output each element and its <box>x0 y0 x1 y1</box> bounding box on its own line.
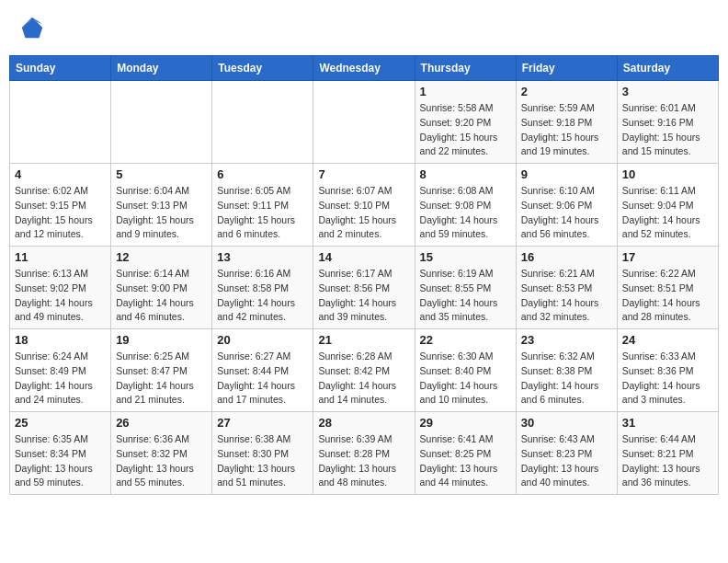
logo <box>18 14 51 41</box>
weekday-header-row: SundayMondayTuesdayWednesdayThursdayFrid… <box>10 56 719 81</box>
day-info: Sunrise: 6:24 AM Sunset: 8:49 PM Dayligh… <box>15 350 106 408</box>
day-info: Sunrise: 6:22 AM Sunset: 8:51 PM Dayligh… <box>622 267 713 325</box>
day-number: 19 <box>116 333 207 347</box>
calendar-cell: 23Sunrise: 6:32 AM Sunset: 8:38 PM Dayli… <box>516 329 617 412</box>
day-info: Sunrise: 6:33 AM Sunset: 8:36 PM Dayligh… <box>622 350 713 408</box>
calendar-cell: 13Sunrise: 6:16 AM Sunset: 8:58 PM Dayli… <box>212 247 313 329</box>
day-number: 27 <box>217 416 308 430</box>
calendar-table: SundayMondayTuesdayWednesdayThursdayFrid… <box>9 55 719 495</box>
calendar-cell: 12Sunrise: 6:14 AM Sunset: 9:00 PM Dayli… <box>111 247 212 329</box>
day-info: Sunrise: 6:43 AM Sunset: 8:23 PM Dayligh… <box>521 432 612 490</box>
day-info: Sunrise: 6:21 AM Sunset: 8:53 PM Dayligh… <box>521 267 612 325</box>
calendar-cell: 25Sunrise: 6:35 AM Sunset: 8:34 PM Dayli… <box>10 412 111 495</box>
day-info: Sunrise: 6:30 AM Sunset: 8:40 PM Dayligh… <box>420 350 511 408</box>
calendar-header: SundayMondayTuesdayWednesdayThursdayFrid… <box>10 56 719 81</box>
day-info: Sunrise: 6:08 AM Sunset: 9:08 PM Dayligh… <box>420 184 511 242</box>
calendar-cell: 26Sunrise: 6:36 AM Sunset: 8:32 PM Dayli… <box>111 412 212 495</box>
day-number: 23 <box>521 333 612 347</box>
calendar-cell: 19Sunrise: 6:25 AM Sunset: 8:47 PM Dayli… <box>111 329 212 412</box>
calendar-week-3: 11Sunrise: 6:13 AM Sunset: 9:02 PM Dayli… <box>10 247 719 329</box>
calendar-cell: 31Sunrise: 6:44 AM Sunset: 8:21 PM Dayli… <box>617 412 718 495</box>
day-number: 1 <box>420 85 511 98</box>
calendar-body: 1Sunrise: 5:58 AM Sunset: 9:20 PM Daylig… <box>10 81 719 495</box>
day-number: 20 <box>217 333 308 347</box>
weekday-header-monday: Monday <box>111 56 212 81</box>
day-number: 22 <box>420 333 511 347</box>
day-number: 15 <box>420 250 511 264</box>
calendar-cell: 20Sunrise: 6:27 AM Sunset: 8:44 PM Dayli… <box>212 329 313 412</box>
day-info: Sunrise: 6:38 AM Sunset: 8:30 PM Dayligh… <box>217 432 308 490</box>
day-info: Sunrise: 6:19 AM Sunset: 8:55 PM Dayligh… <box>420 267 511 325</box>
calendar-cell: 4Sunrise: 6:02 AM Sunset: 9:15 PM Daylig… <box>10 164 111 247</box>
day-number: 8 <box>420 167 511 181</box>
day-number: 28 <box>318 416 409 430</box>
day-info: Sunrise: 6:17 AM Sunset: 8:56 PM Dayligh… <box>318 267 409 325</box>
day-number: 29 <box>420 416 511 430</box>
day-number: 10 <box>622 167 713 181</box>
calendar-cell: 6Sunrise: 6:05 AM Sunset: 9:11 PM Daylig… <box>212 164 313 247</box>
day-number: 14 <box>318 250 409 264</box>
day-info: Sunrise: 6:41 AM Sunset: 8:25 PM Dayligh… <box>420 432 511 490</box>
calendar-cell: 11Sunrise: 6:13 AM Sunset: 9:02 PM Dayli… <box>10 247 111 329</box>
calendar-cell: 17Sunrise: 6:22 AM Sunset: 8:51 PM Dayli… <box>617 247 718 329</box>
day-number: 21 <box>318 333 409 347</box>
day-number: 26 <box>116 416 207 430</box>
calendar-cell: 1Sunrise: 5:58 AM Sunset: 9:20 PM Daylig… <box>415 81 516 164</box>
calendar-week-2: 4Sunrise: 6:02 AM Sunset: 9:15 PM Daylig… <box>10 164 719 247</box>
day-info: Sunrise: 6:27 AM Sunset: 8:44 PM Dayligh… <box>217 350 308 408</box>
weekday-header-friday: Friday <box>516 56 617 81</box>
weekday-header-tuesday: Tuesday <box>212 56 313 81</box>
day-info: Sunrise: 6:44 AM Sunset: 8:21 PM Dayligh… <box>622 432 713 490</box>
calendar-cell: 21Sunrise: 6:28 AM Sunset: 8:42 PM Dayli… <box>313 329 415 412</box>
calendar-cell: 22Sunrise: 6:30 AM Sunset: 8:40 PM Dayli… <box>415 329 516 412</box>
day-info: Sunrise: 6:04 AM Sunset: 9:13 PM Dayligh… <box>116 184 207 242</box>
calendar-cell <box>111 81 212 164</box>
day-number: 31 <box>622 416 713 430</box>
calendar-cell: 30Sunrise: 6:43 AM Sunset: 8:23 PM Dayli… <box>516 412 617 495</box>
calendar-cell: 8Sunrise: 6:08 AM Sunset: 9:08 PM Daylig… <box>415 164 516 247</box>
weekday-header-thursday: Thursday <box>415 56 516 81</box>
page-header <box>9 9 719 46</box>
day-number: 11 <box>15 250 106 264</box>
calendar-cell: 16Sunrise: 6:21 AM Sunset: 8:53 PM Dayli… <box>516 247 617 329</box>
day-info: Sunrise: 5:59 AM Sunset: 9:18 PM Dayligh… <box>521 101 612 159</box>
calendar-week-4: 18Sunrise: 6:24 AM Sunset: 8:49 PM Dayli… <box>10 329 719 412</box>
calendar-cell: 15Sunrise: 6:19 AM Sunset: 8:55 PM Dayli… <box>415 247 516 329</box>
day-number: 7 <box>318 167 409 181</box>
day-number: 9 <box>521 167 612 181</box>
calendar-cell: 10Sunrise: 6:11 AM Sunset: 9:04 PM Dayli… <box>617 164 718 247</box>
calendar-cell: 7Sunrise: 6:07 AM Sunset: 9:10 PM Daylig… <box>313 164 415 247</box>
day-info: Sunrise: 6:05 AM Sunset: 9:11 PM Dayligh… <box>217 184 308 242</box>
day-info: Sunrise: 6:14 AM Sunset: 9:00 PM Dayligh… <box>116 267 207 325</box>
day-number: 4 <box>15 167 106 181</box>
calendar-cell: 28Sunrise: 6:39 AM Sunset: 8:28 PM Dayli… <box>313 412 415 495</box>
weekday-header-saturday: Saturday <box>617 56 718 81</box>
day-info: Sunrise: 6:07 AM Sunset: 9:10 PM Dayligh… <box>318 184 409 242</box>
day-info: Sunrise: 6:11 AM Sunset: 9:04 PM Dayligh… <box>622 184 713 242</box>
calendar-cell: 9Sunrise: 6:10 AM Sunset: 9:06 PM Daylig… <box>516 164 617 247</box>
calendar-cell: 18Sunrise: 6:24 AM Sunset: 8:49 PM Dayli… <box>10 329 111 412</box>
calendar-week-5: 25Sunrise: 6:35 AM Sunset: 8:34 PM Dayli… <box>10 412 719 495</box>
day-info: Sunrise: 6:16 AM Sunset: 8:58 PM Dayligh… <box>217 267 308 325</box>
calendar-cell: 5Sunrise: 6:04 AM Sunset: 9:13 PM Daylig… <box>111 164 212 247</box>
calendar-cell: 14Sunrise: 6:17 AM Sunset: 8:56 PM Dayli… <box>313 247 415 329</box>
day-info: Sunrise: 6:02 AM Sunset: 9:15 PM Dayligh… <box>15 184 106 242</box>
day-info: Sunrise: 6:10 AM Sunset: 9:06 PM Dayligh… <box>521 184 612 242</box>
day-info: Sunrise: 6:25 AM Sunset: 8:47 PM Dayligh… <box>116 350 207 408</box>
day-number: 30 <box>521 416 612 430</box>
logo-icon <box>18 14 46 41</box>
day-info: Sunrise: 6:01 AM Sunset: 9:16 PM Dayligh… <box>622 101 713 159</box>
day-number: 2 <box>521 85 612 98</box>
calendar-cell <box>313 81 415 164</box>
day-info: Sunrise: 6:36 AM Sunset: 8:32 PM Dayligh… <box>116 432 207 490</box>
svg-marker-0 <box>22 17 43 39</box>
day-number: 3 <box>622 85 713 98</box>
day-number: 6 <box>217 167 308 181</box>
calendar-cell: 3Sunrise: 6:01 AM Sunset: 9:16 PM Daylig… <box>617 81 718 164</box>
calendar-cell: 2Sunrise: 5:59 AM Sunset: 9:18 PM Daylig… <box>516 81 617 164</box>
day-info: Sunrise: 5:58 AM Sunset: 9:20 PM Dayligh… <box>420 101 511 159</box>
day-number: 12 <box>116 250 207 264</box>
day-info: Sunrise: 6:35 AM Sunset: 8:34 PM Dayligh… <box>15 432 106 490</box>
day-number: 25 <box>15 416 106 430</box>
day-number: 13 <box>217 250 308 264</box>
